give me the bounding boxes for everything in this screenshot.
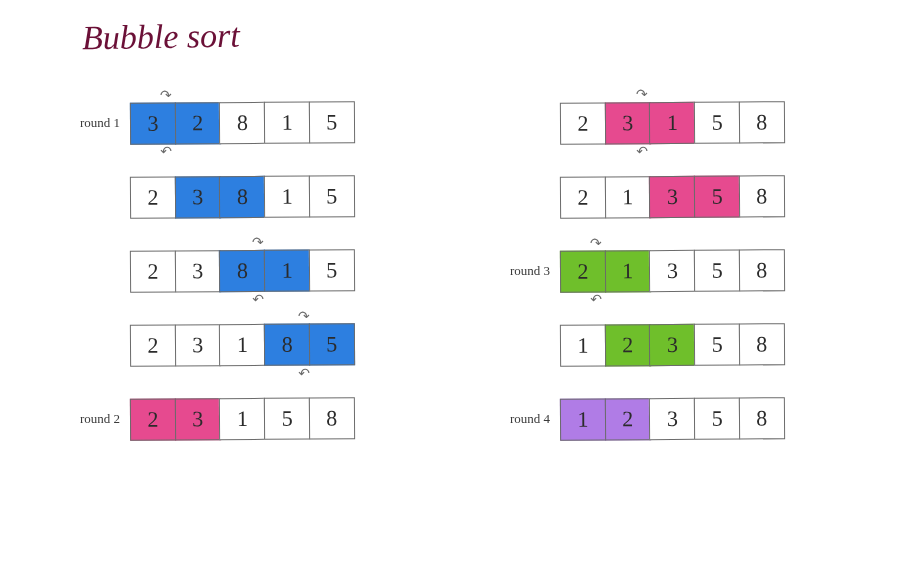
array-cell: 2 (130, 250, 176, 292)
array-cell: 3 (175, 398, 221, 440)
array: 32815↷↷ (130, 101, 355, 145)
array-step: 23185↷↷ (50, 322, 450, 368)
swap-arrow-top-icon: ↷ (298, 308, 310, 325)
array-step: 12358 (480, 322, 900, 368)
array-cell: 8 (739, 323, 785, 365)
array-cell: 2 (130, 324, 176, 366)
array-cell: 3 (649, 324, 695, 366)
array-cell: 5 (309, 249, 355, 291)
array: 23158 (130, 397, 355, 441)
array-cell: 2 (605, 324, 651, 366)
array-cell: 5 (309, 323, 355, 365)
array: 12358 (560, 397, 785, 441)
swap-arrow-top-icon: ↷ (160, 86, 172, 103)
round-label: round 1 (50, 115, 130, 131)
array-step: 23158↷↷ (480, 100, 900, 146)
array-cell: 1 (264, 102, 310, 144)
array-cell: 1 (649, 102, 695, 144)
swap-arrow-bottom-icon: ↷ (590, 291, 602, 308)
swap-arrow-bottom-icon: ↷ (636, 143, 648, 160)
swap-arrow-top-icon: ↷ (590, 234, 602, 251)
array: 23815↷↷ (130, 249, 355, 293)
round-label: round 4 (480, 411, 560, 427)
array-step: round 412358 (480, 396, 900, 442)
array-cell: 8 (739, 175, 785, 217)
array-cell: 1 (605, 176, 651, 218)
array-cell: 2 (175, 102, 221, 144)
array-cell: 5 (309, 175, 355, 217)
array-cell: 1 (219, 398, 265, 440)
array-step: round 321358↷↷ (480, 248, 900, 294)
round-label: round 3 (480, 263, 560, 279)
array-cell: 8 (739, 397, 785, 439)
array-cell: 5 (694, 102, 740, 144)
array-step: 23815↷↷ (50, 248, 450, 294)
left-column: round 132815↷↷2381523815↷↷23185↷↷round 2… (0, 100, 450, 442)
swap-arrow-bottom-icon: ↷ (252, 291, 264, 308)
array-cell: 3 (649, 398, 695, 440)
array: 21358↷↷ (560, 249, 785, 293)
array: 21358 (560, 175, 785, 219)
array-cell: 8 (219, 102, 265, 144)
array-cell: 3 (175, 176, 221, 218)
page-title: Bubble sort (82, 17, 240, 58)
array-cell: 5 (694, 250, 740, 292)
array-cell: 5 (264, 398, 310, 440)
array-cell: 8 (309, 397, 355, 439)
swap-arrow-top-icon: ↷ (636, 86, 648, 103)
array-cell: 1 (560, 398, 606, 440)
array-step: round 223158 (50, 396, 450, 442)
array-cell: 3 (130, 102, 176, 144)
array-cell: 2 (560, 102, 606, 144)
array-step: round 132815↷↷ (50, 100, 450, 146)
swap-arrow-bottom-icon: ↷ (160, 143, 172, 160)
array-step: 23815 (50, 174, 450, 220)
array-cell: 3 (649, 176, 695, 218)
array-cell: 5 (309, 101, 355, 143)
array-cell: 8 (264, 324, 310, 366)
round-label: round 2 (50, 411, 130, 427)
array-cell: 1 (560, 324, 606, 366)
array-cell: 5 (694, 324, 740, 366)
array-cell: 5 (694, 176, 740, 218)
array-step: 21358 (480, 174, 900, 220)
array-cell: 2 (130, 176, 176, 218)
array-cell: 3 (649, 250, 695, 292)
array: 23158↷↷ (560, 101, 785, 145)
right-column: 23158↷↷21358round 321358↷↷12358round 412… (450, 100, 900, 442)
array: 23185↷↷ (130, 323, 355, 367)
swap-arrow-top-icon: ↷ (252, 234, 264, 251)
diagram-columns: round 132815↷↷2381523815↷↷23185↷↷round 2… (0, 100, 900, 442)
array-cell: 5 (694, 398, 740, 440)
array-cell: 8 (739, 101, 785, 143)
array-cell: 1 (264, 250, 310, 292)
swap-arrow-bottom-icon: ↷ (298, 365, 310, 382)
array-cell: 2 (560, 176, 606, 218)
array-cell: 3 (175, 250, 221, 292)
array-cell: 1 (219, 324, 265, 366)
array-cell: 3 (605, 102, 651, 144)
array-cell: 2 (130, 398, 176, 440)
array-cell: 8 (739, 249, 785, 291)
array-cell: 3 (175, 324, 221, 366)
array-cell: 1 (605, 250, 651, 292)
array: 12358 (560, 323, 785, 367)
array-cell: 1 (264, 176, 310, 218)
array-cell: 8 (219, 250, 265, 292)
array-cell: 2 (605, 398, 651, 440)
array-cell: 2 (560, 250, 606, 292)
array-cell: 8 (219, 176, 265, 218)
array: 23815 (130, 175, 355, 219)
